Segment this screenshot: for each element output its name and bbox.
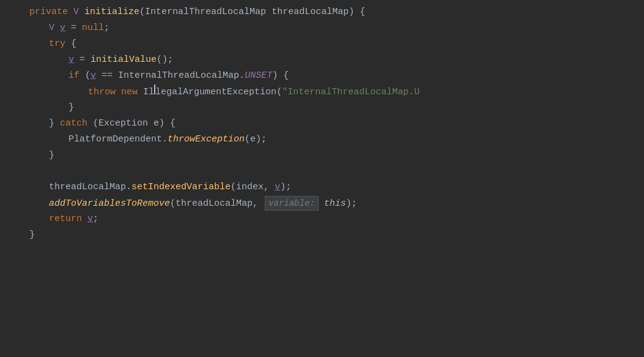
code-line-13: addToVariablesToRemove ( threadLocalMap … [0, 196, 644, 212]
keyword-private: private [29, 5, 68, 20]
var-v-4: v [275, 180, 280, 195]
method-initialvalue: initialValue [91, 53, 157, 67]
method-initialize: initialize [84, 5, 139, 20]
string-literal: "InternalThreadLocalMap.U [282, 85, 420, 100]
code-line-2: V v = null ; [0, 21, 644, 37]
code-line-11 [0, 164, 644, 180]
code-line-1: private V initialize ( InternalThreadLoc… [0, 5, 644, 21]
code-line-6: throw new IllegalArgumentException ( "In… [0, 85, 644, 100]
class-internalthreadlocalmap: InternalThreadLocalMap [145, 5, 266, 20]
class-internalthreadlocalmap-2: InternalThreadLocalMap [118, 69, 239, 83]
code-line-15: } [0, 228, 644, 244]
code-line-4: v = initialValue (); [0, 53, 644, 69]
keyword-try: try [49, 37, 65, 51]
code-line-5: if ( v == InternalThreadLocalMap . UNSET… [0, 69, 644, 85]
code-line-12: threadLocalMap . setIndexedVariable ( in… [0, 180, 644, 196]
param-threadlocalmap-2: threadLocalMap [176, 197, 253, 211]
const-unset: UNSET [245, 69, 272, 83]
method-throwexception: throwException [168, 132, 245, 147]
type-v: V [73, 5, 79, 20]
method-addtovariablestoremove: addToVariablesToRemove [49, 197, 170, 211]
param-index: index [236, 180, 264, 195]
param-hint-value: this [319, 197, 346, 211]
code-line-7: } [0, 100, 644, 116]
param-e: e [154, 116, 159, 131]
code-line-14: return v ; [0, 212, 644, 228]
code-line-9: PlatformDependent . throwException ( e )… [0, 132, 644, 148]
keyword-throw: throw [88, 85, 116, 100]
type-v-2: V [49, 21, 54, 36]
exception-illegalargument: Il [143, 85, 154, 100]
class-platformdependent: PlatformDependent [68, 132, 162, 147]
keyword-return: return [49, 212, 82, 227]
keyword-if: if [68, 69, 80, 83]
code-editor: private V initialize ( InternalThreadLoc… [0, 0, 644, 357]
method-setindexedvariable: setIndexedVariable [131, 180, 231, 195]
code-line-10: } [0, 148, 644, 164]
keyword-catch: catch [60, 116, 87, 131]
class-exception: Exception [98, 116, 148, 131]
keyword-new: new [121, 85, 138, 100]
var-v-5: v [87, 212, 93, 227]
var-v: v [60, 21, 65, 36]
param-threadlocalmap: threadLocalMap [272, 5, 349, 20]
var-threadlocalmap: threadLocalMap [49, 180, 126, 195]
param-e-2: e [250, 132, 256, 147]
code-line-3: try { [0, 37, 644, 53]
keyword-null: null [82, 21, 104, 36]
code-line-8: } catch ( Exception e ) { [0, 116, 644, 132]
var-v-3: v [91, 69, 96, 83]
param-hint-variable: variable: [265, 196, 319, 211]
var-v-2: v [68, 53, 74, 67]
